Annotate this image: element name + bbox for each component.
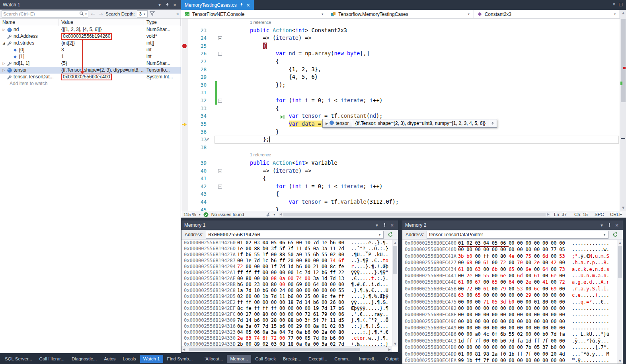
pin-icon[interactable]	[381, 223, 388, 228]
close-icon[interactable]: ×	[389, 223, 395, 228]
project-dropdown[interactable]: C# TensorFlowNET.Console ▾	[181, 10, 327, 18]
code-line-33[interactable]: 33 {	[181, 105, 620, 113]
code-line-39[interactable]: 39 public Action<int> Variable	[181, 159, 620, 167]
expander-collapsed-icon[interactable]: ▷	[2, 26, 6, 33]
search-icon[interactable]	[79, 11, 84, 17]
line-indicator[interactable]: Ln: 37	[554, 212, 571, 217]
active-files-chevron-icon[interactable]: ▾	[613, 2, 615, 7]
window-menu-icon[interactable]: □	[619, 2, 623, 7]
refresh-icon[interactable]	[386, 231, 395, 239]
taskbar-tab-output[interactable]: Output	[382, 355, 402, 363]
taskbar-tab-diagnostic[interactable]: Diagnostic...	[68, 355, 100, 363]
scrollbar-thumb[interactable]	[618, 246, 622, 278]
tab-pin-icon[interactable]	[240, 2, 244, 8]
memory1-vertical-scrollbar[interactable]: ▲ ▼	[392, 240, 398, 346]
taskbar-tab-locals[interactable]: Locals	[120, 355, 139, 363]
code-line-24[interactable]: 24− => (iterate) =>	[181, 34, 620, 42]
column-header-type[interactable]: Type	[144, 19, 181, 26]
address-input[interactable]	[208, 232, 377, 237]
scrollbar-thumb[interactable]	[621, 19, 626, 102]
search-options-chevron-icon[interactable]: ▾	[85, 12, 87, 16]
taskbar-tab-call-hierar[interactable]: Call Hierar...	[36, 355, 68, 363]
taskbar-tab-immedi[interactable]: Immedi...	[356, 355, 381, 363]
watch-row[interactable]: ▷nd[1, 1]{5}NumShar...	[0, 60, 181, 67]
taskbar-tab-breakp[interactable]: Breakp...	[280, 355, 304, 363]
taskbar-tab-allocat[interactable]: 'Allocat...	[201, 355, 226, 363]
breakpoint-icon[interactable]	[182, 44, 187, 48]
close-icon[interactable]: ×	[172, 2, 178, 8]
fold-toggle-icon[interactable]: −	[218, 52, 222, 56]
search-next-icon[interactable]: →	[98, 11, 103, 17]
column-header-value[interactable]: Value	[59, 19, 144, 26]
scroll-up-icon[interactable]: ▲	[617, 241, 623, 245]
codelens-references[interactable]: 1 reference	[181, 19, 620, 27]
code-cleanup-chevron-icon[interactable]: ▾	[273, 213, 275, 216]
watch-value[interactable]: {5}	[59, 60, 144, 67]
watch-value[interactable]: 1	[59, 53, 144, 60]
code-line-23[interactable]: 23 public Action<int> Constant2x3	[181, 27, 620, 35]
code-line-38[interactable]: 38	[181, 144, 620, 152]
search-box[interactable]: ▾	[2, 10, 88, 18]
watch-value[interactable]: 0x000002556b194260	[59, 33, 144, 40]
code-line-32[interactable]: 32− for (int i = 0; i < iterate; i++)	[181, 97, 620, 105]
issues-check-icon[interactable]	[203, 212, 209, 217]
code-line-30[interactable]: 30 });	[181, 81, 620, 89]
memory2-vertical-scrollbar[interactable]: ▲ ▼	[617, 240, 623, 364]
insert-mode-indicator[interactable]: SPC	[595, 212, 607, 217]
scroll-left-icon[interactable]: ◀	[183, 348, 185, 351]
code-line-44[interactable]: 44 var tensor = tf.Variable(3112.0f);	[181, 198, 620, 206]
scroll-right-icon[interactable]: ▶	[388, 348, 391, 351]
chevron-down-icon[interactable]: ▾	[377, 233, 382, 237]
datatip-expander-icon[interactable]: ▶	[326, 122, 328, 125]
editor-horizontal-scrollbar[interactable]: ◀ ▶	[279, 212, 550, 217]
code-line-43[interactable]: 43 {	[181, 190, 620, 198]
expander-collapsed-icon[interactable]: ▷	[2, 60, 6, 67]
watch-row[interactable]: ▷tensor{tf.Tensor: shape=(2, 3), dtype=u…	[0, 67, 181, 74]
filter-icon[interactable]	[150, 11, 155, 17]
address-combo[interactable]: ▾	[427, 231, 608, 239]
code-line-37[interactable]: 37 };	[181, 136, 620, 144]
watch-value[interactable]: 3	[59, 47, 144, 53]
datatip-pin-icon[interactable]	[489, 119, 497, 127]
pin-icon[interactable]	[606, 223, 612, 228]
search-depth-select[interactable]: 3 ▾	[137, 10, 148, 18]
zoom-chevron-icon[interactable]: ▾	[199, 213, 201, 216]
watch-row[interactable]: ◢nd.strides{int[2]}int[]	[0, 40, 181, 47]
refresh-icon[interactable]	[611, 231, 620, 239]
window-position-icon[interactable]: ▾	[156, 2, 163, 8]
code-line-42[interactable]: 42− for (int i = 0; i < iterate; i++)	[181, 183, 620, 191]
scroll-right-icon[interactable]: ▶	[547, 212, 550, 216]
zoom-level[interactable]: 115 %	[183, 212, 196, 217]
code-line-27[interactable]: 27 {	[181, 58, 620, 66]
taskbar-tab-memor[interactable]: Memor...	[227, 355, 251, 363]
scroll-up-icon[interactable]: ▲	[392, 241, 398, 245]
taskbar-tab-comm[interactable]: Comm...	[331, 355, 355, 363]
issues-status[interactable]: No issues found	[211, 212, 244, 217]
code-line-36[interactable]: 36 }	[181, 128, 620, 136]
watch-value[interactable]: {tf.Tensor: shape=(2, 3), dtype=uint8, .…	[59, 67, 144, 74]
watch-value[interactable]: 0x000002556b0ec400	[59, 74, 144, 80]
watch-value[interactable]: {int[2]}	[59, 40, 144, 47]
address-input[interactable]	[429, 232, 602, 237]
code-area[interactable]: 1 reference23 public Action<int> Constan…	[181, 19, 620, 211]
code-line-40[interactable]: 40− => (iterate) =>	[181, 167, 620, 175]
line-ending-indicator[interactable]: CRLF	[610, 212, 624, 217]
column-indicator[interactable]: Ch: 15	[574, 212, 592, 217]
scrollbar-thumb[interactable]	[189, 348, 360, 351]
scrollbar-thumb[interactable]	[393, 246, 397, 274]
search-input[interactable]	[3, 12, 78, 16]
chevron-down-icon[interactable]: ▾	[602, 233, 607, 237]
code-line-29[interactable]: 29 {4, 5, 6}	[181, 73, 620, 81]
memory2-titlebar[interactable]: Memory 2 ▾ ×	[402, 220, 623, 230]
watch-row[interactable]: tensor.TensorDat...0x000002556b0ec400Sys…	[0, 74, 181, 80]
close-icon[interactable]: ×	[614, 223, 620, 228]
window-position-icon[interactable]: ▾	[599, 223, 605, 228]
search-prev-icon[interactable]: ←	[90, 11, 96, 17]
codelens-references[interactable]: 1 reference	[181, 151, 620, 159]
code-line-31[interactable]: 31	[181, 89, 620, 97]
fold-toggle-icon[interactable]: −	[218, 169, 222, 173]
taskbar-tab-excepti[interactable]: Excepti...	[305, 355, 330, 363]
scrollbar-thumb[interactable]	[283, 213, 546, 216]
watch-row[interactable]: ▷nd{[[1, 2, 3], [4, 5, 6]]}NumShar...	[0, 26, 181, 33]
watch-row[interactable]: nd.Address0x000002556b194260void*	[0, 33, 181, 40]
